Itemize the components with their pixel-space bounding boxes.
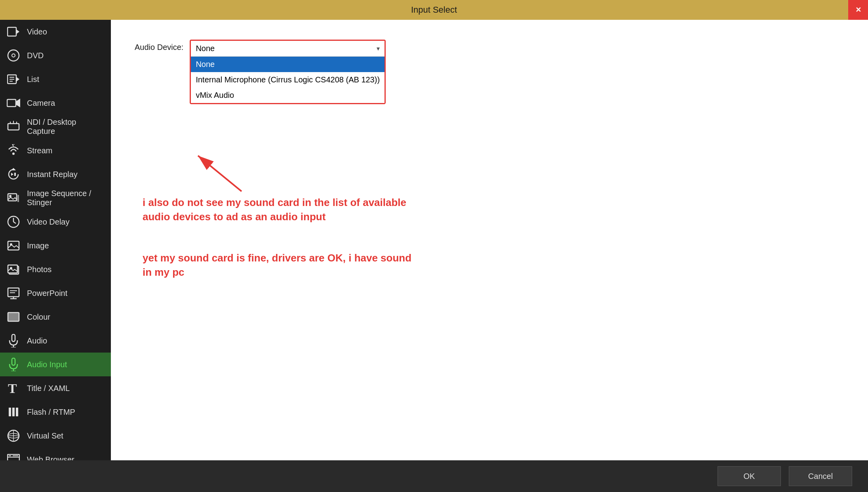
web-browser-icon bbox=[6, 452, 21, 460]
sidebar-item-camera[interactable]: Camera bbox=[0, 91, 111, 115]
sidebar-item-audio[interactable]: Audio bbox=[0, 329, 111, 353]
colour-icon bbox=[6, 310, 21, 324]
sidebar-item-label: Video bbox=[27, 27, 47, 36]
sidebar: Video DVD List bbox=[0, 20, 111, 460]
svg-rect-48 bbox=[9, 408, 11, 412]
flash-rtmp-icon bbox=[6, 405, 21, 419]
audio-device-dropdown-container: None ▾ None Internal Microphone (Cirrus … bbox=[190, 40, 386, 104]
sidebar-item-label: PowerPoint bbox=[27, 289, 67, 298]
svg-marker-1 bbox=[16, 29, 19, 34]
sidebar-item-image-sequence[interactable]: Image Sequence / Stinger bbox=[0, 186, 111, 210]
chevron-down-icon: ▾ bbox=[377, 45, 380, 52]
dropdown-selected-value: None bbox=[196, 44, 215, 53]
svg-point-21 bbox=[9, 195, 11, 197]
image-sequence-icon bbox=[6, 191, 21, 205]
sidebar-item-label: Photos bbox=[27, 265, 51, 274]
powerpoint-icon bbox=[6, 286, 21, 300]
title-bar: Input Select ✕ bbox=[0, 0, 868, 20]
ndi-icon bbox=[6, 120, 21, 134]
sidebar-item-label: Image bbox=[27, 241, 49, 250]
sidebar-item-ndi[interactable]: NDI / Desktop Capture bbox=[0, 115, 111, 139]
photos-icon bbox=[6, 262, 21, 277]
sidebar-item-stream[interactable]: Stream bbox=[0, 139, 111, 162]
dropdown-option-none[interactable]: None bbox=[191, 57, 385, 72]
sidebar-item-label: Audio Input bbox=[27, 360, 67, 369]
annotation-arrow bbox=[186, 148, 265, 195]
sidebar-item-label: NDI / Desktop Capture bbox=[27, 118, 105, 136]
svg-point-15 bbox=[12, 153, 15, 155]
camera-icon bbox=[6, 96, 21, 110]
svg-text:T: T bbox=[8, 382, 17, 395]
audio-icon bbox=[6, 334, 21, 348]
audio-device-label: Audio Device: bbox=[135, 40, 183, 52]
sidebar-item-label: Camera bbox=[27, 99, 55, 108]
sidebar-item-video-delay[interactable]: Video Delay bbox=[0, 210, 111, 234]
dropdown-option-internal-mic[interactable]: Internal Microphone (Cirrus Logic CS4208… bbox=[191, 72, 385, 88]
svg-line-25 bbox=[13, 222, 16, 223]
svg-rect-19 bbox=[14, 173, 16, 176]
video-delay-icon bbox=[6, 215, 21, 229]
sidebar-item-label: List bbox=[27, 75, 39, 84]
svg-rect-0 bbox=[8, 27, 16, 36]
content-panel: Audio Device: None ▾ None Internal Micro… bbox=[111, 20, 868, 460]
sidebar-item-label: Virtual Set bbox=[27, 431, 63, 441]
list-icon bbox=[6, 72, 21, 86]
sidebar-item-audio-input[interactable]: Audio Input bbox=[0, 353, 111, 376]
svg-marker-18 bbox=[11, 168, 16, 170]
audio-device-dropdown-selected[interactable]: None ▾ bbox=[191, 41, 385, 57]
svg-marker-8 bbox=[16, 77, 19, 82]
sidebar-item-label: Audio bbox=[27, 336, 47, 345]
dialog-title: Input Select bbox=[411, 5, 457, 15]
annotation-area: i also do not see my sound card in the l… bbox=[135, 108, 844, 444]
cancel-button[interactable]: Cancel bbox=[789, 466, 852, 486]
svg-point-3 bbox=[12, 54, 15, 57]
sidebar-item-label: Stream bbox=[27, 146, 52, 155]
sidebar-item-title-xaml[interactable]: T Title / XAML bbox=[0, 376, 111, 400]
dropdown-option-vmix-audio[interactable]: vMix Audio bbox=[191, 88, 385, 103]
sidebar-item-instant-replay[interactable]: Instant Replay bbox=[0, 162, 111, 186]
sidebar-item-label: Image Sequence / Stinger bbox=[27, 189, 105, 207]
close-button[interactable]: ✕ bbox=[848, 0, 868, 20]
sidebar-item-video[interactable]: Video bbox=[0, 20, 111, 44]
sidebar-item-photos[interactable]: Photos bbox=[0, 257, 111, 281]
sidebar-item-image[interactable]: Image bbox=[0, 234, 111, 257]
sidebar-item-web-browser[interactable]: Web Browser bbox=[0, 448, 111, 460]
ok-button[interactable]: OK bbox=[718, 466, 781, 486]
annotation-text-1: i also do not see my sound card in the l… bbox=[143, 195, 420, 224]
sidebar-item-powerpoint[interactable]: PowerPoint bbox=[0, 281, 111, 305]
dvd-icon bbox=[6, 48, 21, 63]
svg-rect-37 bbox=[8, 313, 19, 321]
audio-device-row: Audio Device: None ▾ None Internal Micro… bbox=[135, 40, 844, 104]
sidebar-item-flash-rtmp[interactable]: Flash / RTMP bbox=[0, 400, 111, 424]
svg-rect-22 bbox=[17, 195, 19, 202]
svg-rect-29 bbox=[8, 265, 17, 273]
sidebar-item-dvd[interactable]: DVD bbox=[0, 44, 111, 67]
image-icon bbox=[6, 238, 21, 253]
sidebar-item-label: Flash / RTMP bbox=[27, 408, 75, 417]
sidebar-item-label: Video Delay bbox=[27, 217, 69, 227]
sidebar-item-label: Colour bbox=[27, 313, 50, 322]
svg-marker-10 bbox=[16, 99, 20, 107]
sidebar-item-label: Instant Replay bbox=[27, 170, 78, 179]
sidebar-item-list[interactable]: List bbox=[0, 67, 111, 91]
title-xaml-icon: T bbox=[6, 381, 21, 395]
svg-line-60 bbox=[198, 156, 242, 191]
svg-rect-26 bbox=[8, 241, 19, 250]
svg-rect-20 bbox=[8, 194, 17, 201]
sidebar-item-label: DVD bbox=[27, 51, 44, 60]
instant-replay-icon bbox=[6, 167, 21, 181]
svg-rect-9 bbox=[7, 99, 16, 107]
annotation-text-2: yet my sound card is fine, drivers are O… bbox=[143, 251, 420, 280]
sidebar-item-colour[interactable]: Colour bbox=[0, 305, 111, 329]
svg-rect-11 bbox=[8, 124, 19, 130]
svg-rect-50 bbox=[16, 408, 18, 410]
audio-input-icon bbox=[6, 357, 21, 372]
svg-point-2 bbox=[8, 50, 19, 61]
sidebar-item-label: Web Browser bbox=[27, 455, 74, 461]
svg-rect-41 bbox=[12, 358, 15, 365]
sidebar-item-virtual-set[interactable]: Virtual Set bbox=[0, 424, 111, 448]
svg-rect-49 bbox=[12, 408, 15, 414]
virtual-set-icon bbox=[6, 429, 21, 443]
svg-rect-38 bbox=[12, 334, 15, 341]
stream-icon bbox=[6, 143, 21, 158]
